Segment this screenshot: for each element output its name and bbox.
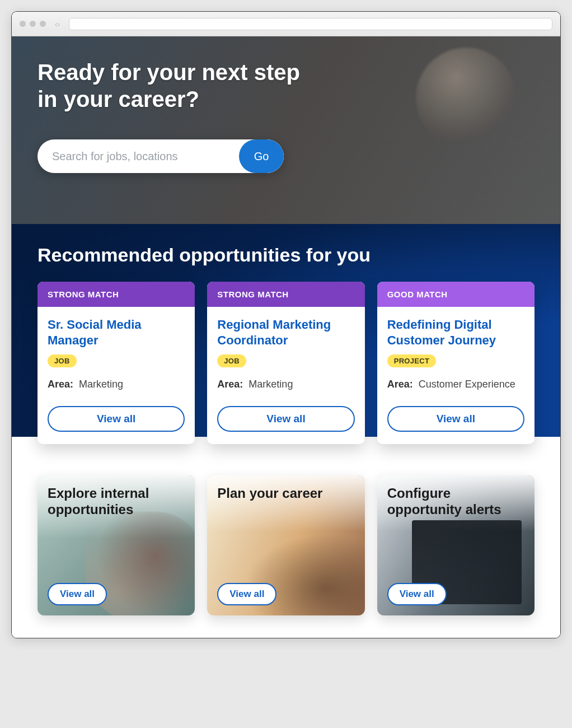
area-value: Marketing — [249, 379, 293, 390]
url-bar[interactable] — [69, 18, 552, 30]
window-dot[interactable] — [20, 21, 26, 27]
browser-chrome: ‹ › — [12, 12, 560, 36]
hero-headline-line1: Ready for your next step — [37, 60, 300, 85]
view-all-button[interactable]: View all — [217, 406, 354, 432]
hero-banner: Ready for your next step in your career?… — [12, 36, 560, 224]
quick-link-tile[interactable]: Explore internal opportunities View all — [37, 475, 195, 615]
view-all-button[interactable]: View all — [387, 406, 524, 432]
tile-title: Configure opportunity alerts — [387, 486, 524, 518]
area-value: Marketing — [79, 379, 123, 390]
view-all-button[interactable]: View all — [387, 583, 447, 605]
nav-arrows-icon[interactable]: ‹ › — [55, 20, 59, 29]
match-badge: STRONG MATCH — [37, 282, 195, 307]
hero-headline: Ready for your next step in your career? — [37, 59, 535, 113]
window-dot[interactable] — [30, 21, 36, 27]
opportunity-title-link[interactable]: Regional Marketing Coordinator — [217, 317, 354, 348]
type-badge: JOB — [48, 354, 77, 367]
hero-headline-line2: in your career? — [37, 87, 199, 111]
tile-title: Plan your career — [217, 486, 354, 502]
opportunity-card: STRONG MATCH Regional Marketing Coordina… — [207, 282, 364, 444]
recommended-section: Recommended opportunities for you STRONG… — [12, 224, 560, 638]
type-badge: JOB — [217, 354, 246, 367]
view-all-button[interactable]: View all — [48, 406, 185, 432]
quick-links-row: Explore internal opportunities View all … — [12, 444, 560, 638]
opportunity-card: STRONG MATCH Sr. Social Media Manager JO… — [37, 282, 195, 444]
area-value: Customer Experience — [419, 379, 515, 390]
match-badge: GOOD MATCH — [377, 282, 535, 307]
area-label: Area: — [217, 379, 243, 390]
area-label: Area: — [48, 379, 73, 390]
match-badge: STRONG MATCH — [207, 282, 364, 307]
search-go-button[interactable]: Go — [239, 139, 284, 173]
opportunity-title-link[interactable]: Sr. Social Media Manager — [48, 317, 185, 348]
quick-link-tile[interactable]: Configure opportunity alerts View all — [377, 475, 535, 615]
browser-window: ‹ › Ready for your next step in your car… — [11, 11, 561, 638]
recommended-title: Recommended opportunities for you — [37, 244, 535, 266]
opportunity-title-link[interactable]: Redefining Digital Customer Journey — [387, 317, 524, 348]
view-all-button[interactable]: View all — [48, 583, 107, 605]
area-row: Area: Marketing — [48, 379, 185, 390]
window-dot[interactable] — [40, 21, 46, 27]
recommended-cards-row: STRONG MATCH Sr. Social Media Manager JO… — [37, 282, 535, 444]
view-all-button[interactable]: View all — [217, 583, 276, 605]
area-row: Area: Marketing — [217, 379, 354, 390]
opportunity-card: GOOD MATCH Redefining Digital Customer J… — [377, 282, 535, 444]
area-label: Area: — [387, 379, 413, 390]
area-row: Area: Customer Experience — [387, 379, 524, 390]
search-input[interactable] — [37, 139, 239, 173]
quick-link-tile[interactable]: Plan your career View all — [207, 475, 364, 615]
search-bar: Go — [37, 139, 535, 173]
type-badge: PROJECT — [387, 354, 437, 367]
window-controls — [20, 21, 46, 27]
tile-title: Explore internal opportunities — [48, 486, 185, 518]
